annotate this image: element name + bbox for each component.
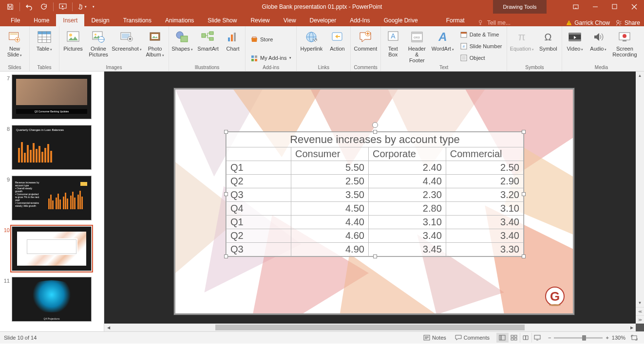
scrollbar-thumb[interactable] [215, 325, 524, 330]
rotate-handle[interactable] [372, 122, 378, 128]
table-title[interactable]: Revenue increases by account type [227, 132, 524, 147]
redo-button[interactable] [38, 1, 50, 13]
table-cell[interactable]: 4.40 [291, 216, 369, 229]
slide-thumbnail[interactable]: 11 Q4 Projections [0, 274, 104, 325]
store-button[interactable]: Store [248, 34, 293, 45]
slide-indicator[interactable]: Slide 10 of 14 [4, 335, 37, 341]
zoom-level[interactable]: 130% [612, 335, 625, 341]
scroll-right-button[interactable]: ▶ [627, 324, 636, 331]
table-cell[interactable]: 3.50 [291, 188, 369, 202]
table-cell[interactable]: 2.80 [368, 202, 446, 216]
table-header-cell[interactable]: Commercial [446, 147, 523, 161]
minimize-button[interactable] [586, 0, 605, 14]
table-row[interactable]: Q15.502.402.50 [227, 161, 524, 175]
screenshot-button[interactable]: Screenshot [113, 28, 140, 54]
tab-file[interactable]: File [4, 14, 27, 26]
screen-recording-button[interactable]: Screen Recording [612, 28, 637, 58]
tab-view[interactable]: View [277, 14, 303, 26]
table-cell[interactable]: Q4 [227, 202, 291, 216]
tab-home[interactable]: Home [27, 14, 56, 26]
action-button[interactable]: Action [327, 28, 347, 53]
normal-view-button[interactable] [496, 333, 508, 343]
table-cell[interactable]: 3.40 [368, 229, 446, 243]
resize-handle-n[interactable] [373, 130, 377, 134]
table-cell[interactable]: 4.40 [368, 175, 446, 188]
table-cell[interactable]: Q2 [227, 175, 291, 188]
table-cell[interactable]: 4.60 [291, 229, 369, 243]
table-cell[interactable]: Q1 [227, 216, 291, 229]
pictures-button[interactable]: Pictures [62, 28, 84, 53]
resize-handle-sw[interactable] [224, 254, 228, 258]
table-cell[interactable]: 2.30 [368, 188, 446, 202]
table-cell[interactable]: 4.50 [291, 202, 369, 216]
save-button[interactable] [4, 1, 17, 13]
tab-google-drive[interactable]: Google Drive [377, 14, 425, 26]
next-slide-button[interactable]: ≫ [636, 315, 644, 324]
header-footer-button[interactable]: oxoHeader & Footer [406, 28, 428, 64]
notes-button[interactable]: Notes [421, 335, 448, 341]
shapes-button[interactable]: Shapes [172, 28, 192, 54]
smartart-button[interactable]: SmartArt [196, 28, 220, 53]
slide-number-button[interactable]: #Slide Number [458, 41, 504, 52]
scroll-up-button[interactable]: ▲ [636, 72, 644, 80]
table-object[interactable]: Revenue increases by account type Consum… [226, 131, 524, 257]
text-box-button[interactable]: AText Box [384, 28, 402, 58]
slide-thumbnail-panel[interactable]: 7 Q3 Consumer Banking Updates 8 Quarterl… [0, 72, 104, 331]
slide-thumbnail[interactable]: 8 Quarterly Changes in Loan Balances [0, 122, 104, 173]
horizontal-scrollbar[interactable]: ◀ ▶ [104, 324, 636, 331]
table-button[interactable]: Table [33, 28, 56, 54]
slide[interactable]: Revenue increases by account type Consum… [174, 88, 574, 315]
comments-button[interactable]: Comments [453, 335, 492, 341]
vertical-scrollbar[interactable]: ▲ ▼ ≪ ≫ [636, 72, 644, 324]
tab-animations[interactable]: Animations [158, 14, 201, 26]
table-row[interactable]: Q22.504.402.90 [227, 175, 524, 188]
reading-view-button[interactable] [520, 333, 531, 343]
data-table[interactable]: Revenue increases by account type Consum… [226, 132, 524, 256]
resize-handle-s[interactable] [373, 254, 377, 258]
tab-transitions[interactable]: Transitions [116, 14, 158, 26]
tab-slideshow[interactable]: Slide Show [201, 14, 244, 26]
table-cell[interactable]: Q3 [227, 188, 291, 202]
table-cell[interactable]: 3.10 [368, 216, 446, 229]
undo-button[interactable] [23, 1, 36, 13]
table-cell[interactable]: 2.50 [291, 175, 369, 188]
wordart-button[interactable]: AWordArt [432, 28, 454, 54]
share-button[interactable]: Share [616, 19, 640, 26]
table-cell[interactable]: 3.20 [446, 188, 523, 202]
table-cell[interactable]: 4.90 [291, 243, 369, 256]
zoom-slider[interactable] [554, 337, 603, 339]
slide-thumbnail[interactable]: 10 [0, 223, 104, 274]
zoom-in-button[interactable]: + [606, 335, 608, 341]
slide-thumbnail[interactable]: 9 Revenue increases by account type• Ove… [0, 173, 104, 223]
table-row[interactable]: Q14.403.103.40 [227, 216, 524, 229]
chart-button[interactable]: Chart [224, 28, 242, 53]
table-cell[interactable]: 2.50 [446, 161, 523, 175]
table-cell[interactable]: 5.50 [291, 161, 369, 175]
slide-show-button[interactable] [531, 333, 543, 343]
table-cell[interactable]: Q2 [227, 229, 291, 243]
hyperlink-button[interactable]: Hyperlink [300, 28, 323, 53]
prev-slide-button[interactable]: ≪ [636, 307, 644, 315]
table-cell[interactable]: Q3 [227, 243, 291, 256]
comment-button[interactable]: Comment [354, 28, 377, 53]
table-cell[interactable]: 3.10 [446, 202, 523, 216]
slide-sorter-view-button[interactable] [508, 333, 520, 343]
tab-insert[interactable]: Insert [56, 14, 84, 26]
table-header-cell[interactable]: Corporate [368, 147, 446, 161]
online-pictures-button[interactable]: Online Pictures [88, 28, 109, 58]
table-row[interactable]: Q44.502.803.10 [227, 202, 524, 216]
table-cell[interactable]: 3.40 [446, 229, 523, 243]
table-cell[interactable]: 3.45 [368, 243, 446, 256]
start-from-beginning-button[interactable] [57, 1, 69, 13]
tab-developer[interactable]: Developer [303, 14, 343, 26]
qat-customize-button[interactable]: ▾ [90, 1, 97, 13]
video-button[interactable]: Video [565, 28, 585, 54]
resize-handle-e[interactable] [522, 192, 526, 196]
table-row[interactable]: Q24.603.403.40 [227, 229, 524, 243]
date-time-button[interactable]: Date & Time [458, 29, 504, 40]
tab-review[interactable]: Review [244, 14, 276, 26]
table-cell[interactable]: Q1 [227, 161, 291, 175]
slide-canvas-area[interactable]: Revenue increases by account type Consum… [104, 72, 644, 331]
fit-to-window-button[interactable] [628, 333, 640, 343]
resize-handle-w[interactable] [224, 192, 228, 196]
